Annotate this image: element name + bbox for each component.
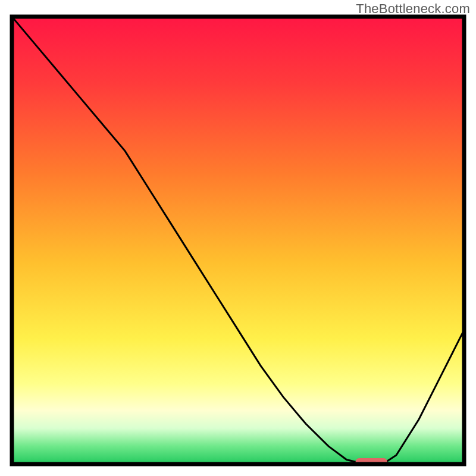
bottleneck-chart: TheBottleneck.com	[0, 0, 476, 476]
gradient-background	[12, 17, 464, 464]
chart-svg	[0, 0, 476, 476]
watermark-text: TheBottleneck.com	[356, 1, 470, 17]
